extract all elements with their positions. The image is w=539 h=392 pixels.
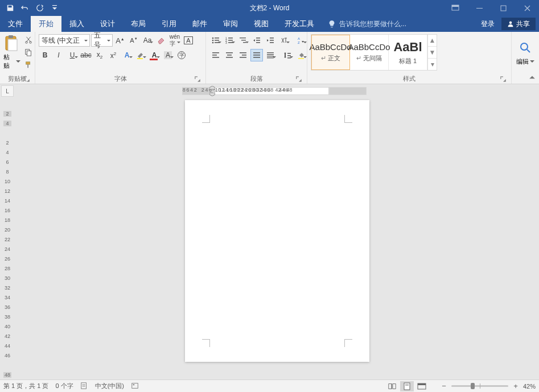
read-mode-button[interactable] (385, 381, 399, 391)
spell-check-button[interactable] (80, 382, 88, 391)
zoom-in-button[interactable]: + (512, 382, 520, 390)
style-item[interactable]: AaBbCcDo↵无间隔 (350, 35, 389, 70)
shrink-font-button[interactable]: A▼ (127, 34, 140, 47)
bullet-list-icon (212, 36, 220, 44)
align-center-button[interactable] (223, 49, 236, 61)
underline-button[interactable]: U (66, 49, 79, 61)
group-label-font: 字体 (114, 75, 127, 83)
tab-review[interactable]: 审阅 (215, 16, 246, 32)
dialog-launcher-icon[interactable] (295, 76, 302, 82)
web-layout-button[interactable] (415, 381, 429, 391)
svg-rect-43 (253, 55, 260, 56)
print-layout-button[interactable] (400, 381, 414, 391)
style-item[interactable]: AaBl标题 1 (389, 35, 427, 70)
multilevel-list-button[interactable] (237, 34, 249, 47)
status-bar: 第 1 页，共 1 页 0 个字 中文(中国) − + 42% (0, 379, 539, 392)
bold-button[interactable]: B (39, 49, 51, 61)
zoom-level[interactable]: 42% (523, 383, 536, 390)
horizontal-ruler[interactable]: 8642246810121416182022242628303234363842… (15, 85, 539, 97)
numbering-button[interactable]: 123 (223, 34, 236, 47)
svg-rect-12 (27, 51, 31, 56)
format-painter-button[interactable] (23, 59, 34, 71)
enclose-characters-button[interactable]: 字 (175, 49, 188, 61)
dialog-launcher-icon[interactable] (194, 76, 201, 82)
tab-references[interactable]: 引用 (154, 16, 184, 32)
minimize-button[interactable] (467, 0, 491, 16)
change-case-button[interactable]: Aa (141, 34, 154, 47)
dialog-launcher-icon[interactable] (500, 76, 507, 82)
tab-insert[interactable]: 插入 (61, 16, 92, 32)
macro-button[interactable] (131, 382, 139, 391)
increase-indent-button[interactable] (264, 34, 277, 47)
margin-mark (344, 115, 352, 123)
outdent-icon (253, 36, 261, 44)
phonetic-guide-button[interactable]: wén字 (168, 34, 181, 47)
person-icon (507, 20, 514, 27)
page[interactable] (185, 100, 369, 362)
italic-button[interactable]: I (52, 49, 65, 61)
save-button[interactable] (3, 2, 17, 14)
svg-rect-36 (226, 52, 233, 53)
tab-selector[interactable]: L (1, 85, 14, 97)
maximize-button[interactable] (491, 0, 515, 16)
superscript-button[interactable]: x2 (107, 49, 120, 61)
gallery-spinner[interactable]: ▲▼▾ (427, 35, 437, 70)
tab-mailings[interactable]: 邮件 (184, 16, 215, 32)
qat-customize-button[interactable] (48, 2, 61, 14)
distributed-button[interactable] (264, 49, 277, 61)
tab-view[interactable]: 视图 (246, 16, 277, 32)
ribbon-display-button[interactable] (443, 0, 467, 16)
bullets-button[interactable] (209, 34, 222, 47)
subscript-button[interactable]: x2 (93, 49, 106, 61)
page-indicator[interactable]: 第 1 页，共 1 页 (3, 382, 48, 390)
tab-developer[interactable]: 开发工具 (277, 16, 322, 32)
quick-access-toolbar (0, 2, 61, 14)
highlight-button[interactable] (134, 49, 147, 61)
align-left-button[interactable] (209, 49, 222, 61)
clear-formatting-button[interactable] (155, 34, 167, 47)
dialog-launcher-icon[interactable] (23, 76, 30, 82)
tab-home[interactable]: 开始 (31, 16, 61, 32)
tab-layout[interactable]: 布局 (123, 16, 154, 32)
find-button[interactable]: 编辑 (515, 34, 536, 71)
font-name-combo[interactable]: 等线 (中文正 (39, 34, 90, 47)
close-button[interactable] (515, 0, 539, 16)
align-right-button[interactable] (237, 49, 249, 61)
document-canvas[interactable] (15, 97, 539, 379)
align-justify-button[interactable] (250, 49, 263, 61)
zoom-slider[interactable] (451, 385, 508, 387)
font-color-button[interactable]: A (148, 49, 161, 61)
character-shading-button[interactable]: A (162, 49, 174, 61)
zoom-out-button[interactable]: − (440, 382, 448, 390)
font-size-combo[interactable]: 五号 (91, 34, 113, 47)
copy-button[interactable] (23, 47, 34, 58)
sign-in-button[interactable]: 登录 (475, 16, 500, 32)
language-indicator[interactable]: 中文(中国) (95, 382, 124, 390)
window-controls (443, 0, 539, 16)
grow-font-button[interactable]: A▲ (114, 34, 126, 47)
sort-button[interactable]: AZ (295, 34, 307, 47)
strikethrough-button[interactable]: abc (80, 49, 92, 61)
cut-button[interactable] (23, 34, 34, 46)
line-spacing-button[interactable] (281, 49, 294, 61)
share-button[interactable]: 共享 (501, 18, 536, 30)
tab-file[interactable]: 文件 (0, 16, 31, 32)
paste-button[interactable]: 粘贴 (3, 34, 20, 71)
svg-rect-45 (267, 52, 274, 53)
collapse-ribbon-button[interactable] (529, 75, 536, 81)
decrease-indent-button[interactable] (250, 34, 263, 47)
brush-icon (24, 61, 32, 69)
asian-layout-button[interactable] (278, 34, 290, 47)
vertical-ruler[interactable]: 2424681012141618202224262830323436384042… (3, 98, 15, 379)
text-effects-button[interactable]: A (121, 49, 133, 61)
style-item[interactable]: AaBbCcDo↵正文 (311, 35, 350, 70)
shading-button[interactable] (295, 49, 307, 61)
redo-button[interactable] (33, 2, 47, 14)
styles-gallery[interactable]: AaBbCcDo↵正文AaBbCcDo↵无间隔AaBl标题 1▲▼▾ (311, 34, 437, 71)
copy-icon (24, 48, 32, 56)
undo-button[interactable] (18, 2, 32, 14)
character-border-button[interactable]: A (182, 34, 195, 47)
tab-design[interactable]: 设计 (92, 16, 123, 32)
tell-me-search[interactable]: 告诉我您想要做什么... (322, 16, 412, 32)
word-count[interactable]: 0 个字 (55, 382, 73, 390)
